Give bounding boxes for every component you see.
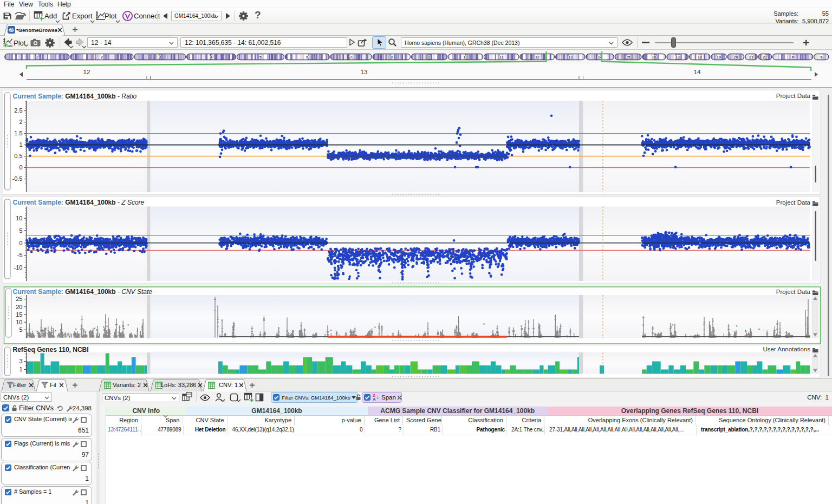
svg-text:12: 12 [535, 55, 540, 60]
svg-text:20: 20 [16, 304, 22, 310]
svg-text:12: 12 [83, 69, 90, 75]
svg-text:RefSeq Genes 110, NCBI: RefSeq Genes 110, NCBI [13, 346, 89, 354]
svg-text:8: 8 [391, 55, 393, 60]
svg-text:Current Sample: GM14164_100kb: Current Sample: GM14164_100kb - CNV Stat… [13, 288, 153, 296]
svg-text:10: 10 [16, 215, 22, 221]
svg-text:22: 22 [763, 55, 767, 60]
svg-text:-10: -10 [14, 264, 23, 271]
svg-text:13: 13 [361, 69, 368, 75]
svg-text:1: 1 [19, 141, 22, 148]
svg-text:3: 3 [159, 55, 161, 60]
svg-text:0: 0 [19, 164, 22, 171]
svg-text:14: 14 [694, 69, 701, 75]
svg-text:5: 5 [19, 326, 22, 333]
svg-text:2: 2 [19, 119, 22, 125]
svg-text:20: 20 [733, 55, 738, 60]
svg-text:User Annotations: User Annotations [763, 346, 810, 352]
svg-text:2: 2 [101, 55, 103, 60]
svg-text:19: 19 [717, 55, 721, 60]
svg-text:9: 9 [428, 55, 430, 60]
svg-text:6: 6 [306, 55, 308, 60]
svg-text:Current Sample: GM14164_100kb: Current Sample: GM14164_100kb - Z Score [13, 199, 145, 206]
svg-text:-5: -5 [17, 252, 23, 258]
svg-text:13: 13 [568, 55, 573, 60]
svg-text:25: 25 [16, 296, 22, 302]
svg-text:7: 7 [350, 55, 352, 60]
svg-text:1.5: 1.5 [14, 130, 22, 136]
svg-text:10: 10 [463, 55, 467, 60]
svg-text:Project Data: Project Data [776, 199, 811, 206]
svg-text:-0.5: -0.5 [12, 175, 23, 182]
svg-text:21: 21 [749, 55, 753, 60]
svg-text:5: 5 [259, 55, 262, 60]
svg-text:0.5: 0.5 [14, 153, 22, 159]
svg-text:10: 10 [16, 319, 22, 325]
svg-text:Y: Y [820, 55, 823, 60]
svg-text:15: 15 [16, 311, 22, 318]
svg-text:2.5: 2.5 [14, 107, 22, 114]
svg-text:Project Data: Project Data [776, 289, 811, 295]
svg-text:Project Data: Project Data [776, 93, 811, 99]
svg-text:11: 11 [499, 55, 504, 60]
svg-text:16: 16 [652, 55, 656, 60]
svg-text:15: 15 [626, 55, 630, 60]
svg-text:3: 3 [19, 358, 22, 364]
svg-text:5: 5 [19, 227, 22, 234]
svg-text:Current Sample: GM14164_100kb: Current Sample: GM14164_100kb - Ratio [13, 93, 137, 100]
svg-text:18: 18 [698, 55, 702, 60]
svg-text:0: 0 [19, 240, 22, 246]
svg-text:1: 1 [19, 366, 22, 372]
svg-text:X: X [791, 55, 794, 60]
svg-text:1: 1 [36, 55, 38, 60]
svg-text:17: 17 [675, 55, 680, 60]
